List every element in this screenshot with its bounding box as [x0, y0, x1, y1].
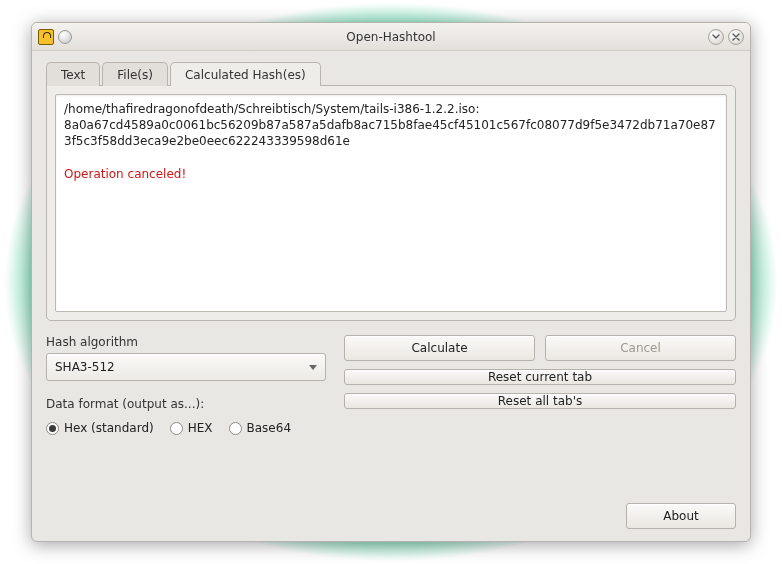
radio-icon: [229, 422, 242, 435]
output-hash-line: 8a0a67cd4589a0c0061bc56209b87a587a5dafb8…: [64, 117, 718, 149]
minimize-button[interactable]: [708, 29, 724, 45]
radio-hex-upper-label: HEX: [188, 421, 213, 435]
about-button[interactable]: About: [626, 503, 736, 529]
lock-icon: [38, 29, 54, 45]
data-format-label: Data format (output as...):: [46, 397, 326, 411]
tab-calculated-hashes[interactable]: Calculated Hash(es): [170, 62, 321, 86]
tab-text[interactable]: Text: [46, 62, 100, 86]
data-format-radio-group: Hex (standard) HEX Base64: [46, 421, 326, 435]
reset-current-tab-button[interactable]: Reset current tab: [344, 369, 736, 385]
radio-icon: [170, 422, 183, 435]
output-path-line: /home/thafiredragonofdeath/Schreibtisch/…: [64, 101, 718, 117]
close-icon: [732, 33, 740, 41]
radio-hex-upper[interactable]: HEX: [170, 421, 213, 435]
cancel-button: Cancel: [545, 335, 736, 361]
radio-hex-standard-label: Hex (standard): [64, 421, 154, 435]
tab-files[interactable]: File(s): [102, 62, 168, 86]
main-window: Open-Hashtool Text File(s) Calculated Ha…: [31, 22, 751, 542]
hash-algorithm-label: Hash algorithm: [46, 335, 326, 349]
window-title: Open-Hashtool: [32, 30, 750, 44]
radio-base64-label: Base64: [247, 421, 292, 435]
hash-algorithm-value: SHA3-512: [55, 360, 115, 374]
chevron-down-icon: [712, 33, 720, 41]
lower-controls: Hash algorithm SHA3-512 Data format (out…: [46, 335, 736, 435]
chevron-down-icon: [309, 365, 317, 370]
sticky-indicator-icon[interactable]: [58, 30, 72, 44]
radio-hex-standard[interactable]: Hex (standard): [46, 421, 154, 435]
titlebar: Open-Hashtool: [32, 23, 750, 51]
close-button[interactable]: [728, 29, 744, 45]
radio-base64[interactable]: Base64: [229, 421, 292, 435]
output-status-line: Operation canceled!: [64, 166, 718, 182]
calculate-button[interactable]: Calculate: [344, 335, 535, 361]
radio-icon: [46, 422, 59, 435]
hash-output-textarea[interactable]: /home/thafiredragonofdeath/Schreibtisch/…: [55, 94, 727, 312]
client-area: Text File(s) Calculated Hash(es) /home/t…: [32, 51, 750, 541]
tab-page-calculated: /home/thafiredragonofdeath/Schreibtisch/…: [46, 85, 736, 321]
reset-all-tabs-button[interactable]: Reset all tab's: [344, 393, 736, 409]
hash-algorithm-select[interactable]: SHA3-512: [46, 353, 326, 381]
tab-bar: Text File(s) Calculated Hash(es): [46, 61, 736, 85]
footer: About: [46, 489, 736, 529]
